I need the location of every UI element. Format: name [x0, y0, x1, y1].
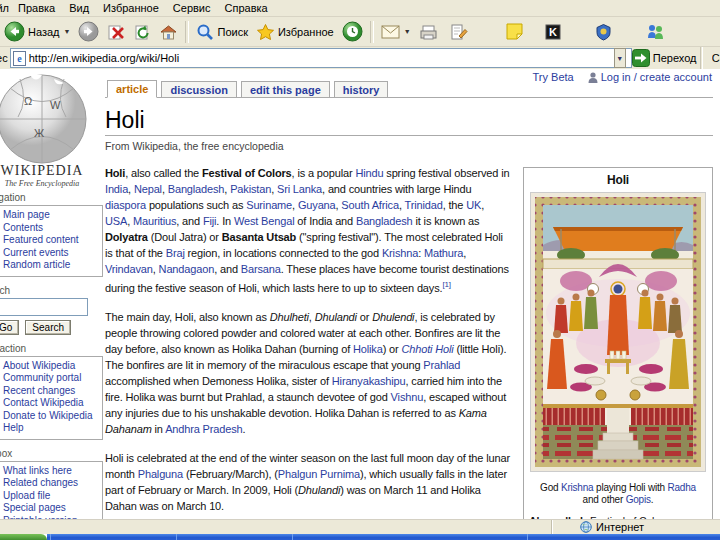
- wikipedia-logo[interactable]: Ω W Ж WIKIPEDIA The Free Encyclopedia: [0, 73, 94, 188]
- home-button[interactable]: [155, 19, 182, 45]
- inline-link[interactable]: Bangladesh: [356, 215, 413, 227]
- menu-view[interactable]: Вид: [62, 1, 96, 15]
- inline-link[interactable]: Fiji: [203, 215, 216, 227]
- site-tagline: From Wikipedia, the free encyclopedia: [105, 140, 713, 152]
- star-icon: [256, 23, 275, 41]
- inline-link[interactable]: Pakistan: [230, 183, 271, 195]
- menu-file[interactable]: Файл: [0, 1, 11, 15]
- inline-link[interactable]: Holika: [353, 343, 383, 355]
- inline-link[interactable]: [1]: [442, 280, 450, 289]
- toolbar: Назад ▼: [0, 17, 720, 47]
- sidebar-item-recent-changes[interactable]: Recent changes: [3, 385, 100, 398]
- inline-link[interactable]: Nandagaon: [159, 263, 215, 275]
- login-link[interactable]: Log in / create account: [601, 71, 712, 83]
- inline-link[interactable]: Suriname: [246, 199, 292, 211]
- inline-link[interactable]: West Bengal: [234, 215, 295, 227]
- sidebar-item-upload-file[interactable]: Upload file: [3, 490, 100, 503]
- menu-edit[interactable]: Правка: [11, 1, 62, 15]
- go-button[interactable]: [632, 49, 650, 67]
- tab-history[interactable]: history: [334, 81, 389, 97]
- inline-link[interactable]: Vishnu: [391, 391, 424, 403]
- tab-discussion[interactable]: discussion: [161, 81, 236, 97]
- inline-link[interactable]: Bangladesh: [168, 183, 225, 195]
- inline-link[interactable]: Guyana: [298, 199, 336, 211]
- notes-button[interactable]: [502, 19, 527, 45]
- sidebar-item-contents[interactable]: Contents: [3, 222, 100, 235]
- inline-text: ,: [463, 247, 466, 259]
- sidebar-item-about[interactable]: About Wikipedia: [3, 360, 100, 373]
- menu-help[interactable]: Справка: [218, 1, 275, 15]
- inline-link[interactable]: UK: [466, 199, 481, 211]
- inline-link[interactable]: Chhoti Holi: [401, 343, 453, 355]
- go-label[interactable]: Переход: [653, 52, 697, 64]
- sidebar-item-help[interactable]: Help: [3, 422, 100, 435]
- sidebar-item-special-pages[interactable]: Special pages: [3, 502, 100, 515]
- taskbar-tasks[interactable]: [47, 534, 720, 540]
- sidebar-item-community-portal[interactable]: Community portal: [3, 372, 100, 385]
- go-search-button[interactable]: Go: [0, 320, 19, 335]
- holi-painting-image[interactable]: [530, 192, 706, 472]
- messenger-button[interactable]: [642, 19, 669, 45]
- inline-link[interactable]: Krishna: [561, 482, 594, 493]
- print-button[interactable]: [415, 19, 442, 45]
- sidebar-item-what-links-here[interactable]: What links here: [3, 465, 100, 478]
- inline-link[interactable]: Nepal: [134, 183, 162, 195]
- sidebar-item-printable-version[interactable]: Printable version: [3, 515, 100, 520]
- address-separator: [700, 47, 703, 69]
- sidebar-item-current-events[interactable]: Current events: [3, 247, 100, 260]
- sidebar-item-main-page[interactable]: Main page: [3, 209, 100, 222]
- tab-article[interactable]: article: [107, 80, 157, 98]
- tab-edit[interactable]: edit this page: [241, 81, 330, 97]
- mail-button[interactable]: ▼: [377, 19, 415, 45]
- inline-link[interactable]: Sri Lanka: [277, 183, 322, 195]
- inline-link[interactable]: Andhra Pradesh: [165, 423, 242, 435]
- forward-button[interactable]: [74, 19, 103, 45]
- favorites-button[interactable]: Избранное: [252, 19, 338, 45]
- history-button[interactable]: [338, 19, 367, 45]
- sidebar-item-related-changes[interactable]: Related changes: [3, 477, 100, 490]
- address-dropdown-button[interactable]: ▼: [614, 48, 626, 68]
- start-button[interactable]: [0, 534, 47, 540]
- inline-link[interactable]: Hindu: [355, 167, 383, 179]
- address-input[interactable]: e http://en.wikipedia.org/wiki/Holi: [10, 48, 632, 68]
- sidebar-item-featured-content[interactable]: Featured content: [3, 234, 100, 247]
- links-label[interactable]: Ссылки: [712, 52, 720, 64]
- back-button[interactable]: Назад ▼: [0, 19, 74, 45]
- inline-text: ) or: [383, 343, 402, 355]
- inline-link[interactable]: Phalguna: [138, 468, 183, 480]
- inline-link[interactable]: diaspora: [105, 199, 146, 211]
- stop-button[interactable]: [103, 19, 129, 45]
- address-bar: Адрес: e http://en.wikipedia.org/wiki/Ho…: [0, 47, 720, 69]
- inline-link[interactable]: Braj: [166, 247, 185, 259]
- sidebar-item-contact[interactable]: Contact Wikipedia: [3, 397, 100, 410]
- sidebar-item-random-article[interactable]: Random article: [3, 259, 100, 272]
- edit-button[interactable]: [446, 19, 472, 45]
- sidebar-item-donate[interactable]: Donate to Wikipedia: [3, 410, 100, 423]
- inline-link[interactable]: Mauritius: [133, 215, 176, 227]
- inline-link[interactable]: South Africa: [341, 199, 399, 211]
- full-search-button[interactable]: Search: [25, 320, 71, 335]
- inline-link[interactable]: Phalgun Purnima: [278, 468, 360, 480]
- inline-link[interactable]: USA: [105, 215, 127, 227]
- menu-favorites[interactable]: Избранное: [96, 1, 166, 15]
- antivirus-button[interactable]: K: [541, 19, 565, 45]
- menu-tools[interactable]: Сервис: [166, 1, 218, 15]
- inline-link[interactable]: Trinidad: [405, 199, 443, 211]
- wiki-search-input[interactable]: [0, 298, 88, 316]
- inline-link[interactable]: Gopis: [626, 494, 651, 505]
- refresh-button[interactable]: [129, 19, 155, 45]
- inline-link[interactable]: Prahlad: [423, 359, 460, 371]
- inline-link[interactable]: Mathura: [424, 247, 463, 259]
- search-button[interactable]: Поиск: [192, 19, 251, 45]
- inline-link[interactable]: Radha: [667, 482, 695, 493]
- security-button[interactable]: [591, 19, 616, 45]
- inline-link[interactable]: India: [105, 183, 128, 195]
- try-beta-link[interactable]: Try Beta: [533, 71, 574, 83]
- inline-link[interactable]: Vrindavan: [105, 263, 153, 275]
- svg-text:e: e: [17, 53, 22, 64]
- inline-link[interactable]: Krishna: [382, 247, 418, 259]
- forward-icon: [78, 21, 99, 42]
- inline-link[interactable]: Hiranyakashipu: [332, 375, 406, 387]
- toolbar-separator: [185, 21, 189, 43]
- inline-link[interactable]: Barsana: [241, 263, 281, 275]
